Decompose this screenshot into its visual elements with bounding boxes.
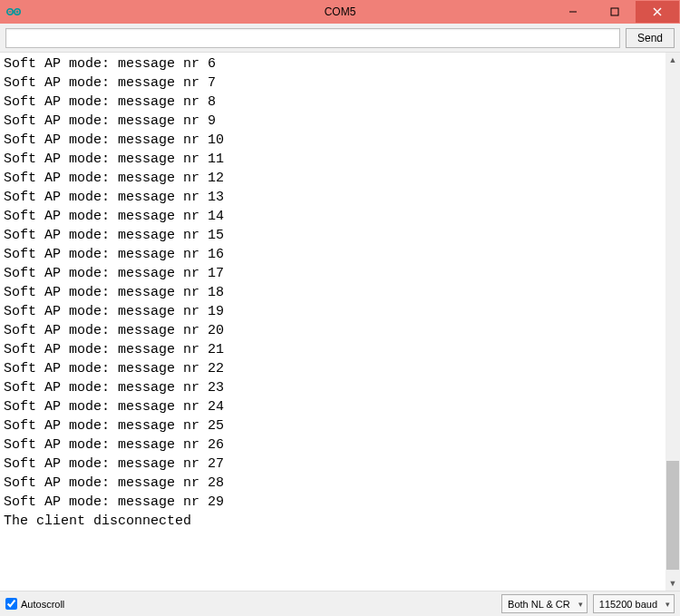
- scroll-down-icon[interactable]: ▼: [665, 576, 680, 591]
- svg-rect-6: [611, 8, 618, 15]
- line-ending-select[interactable]: Both NL & CR: [501, 594, 588, 613]
- minimize-button[interactable]: [552, 1, 594, 23]
- autoscroll-input[interactable]: [5, 598, 17, 610]
- vertical-scrollbar[interactable]: ▲ ▼: [665, 53, 680, 591]
- close-button[interactable]: [636, 1, 679, 23]
- send-toolbar: Send: [0, 24, 680, 53]
- arduino-icon: [6, 5, 21, 19]
- console-area: Soft AP mode: message nr 6 Soft AP mode:…: [0, 53, 680, 591]
- maximize-button[interactable]: [594, 1, 636, 23]
- status-bar: Autoscroll Both NL & CR 115200 baud: [0, 591, 680, 616]
- titlebar[interactable]: COM5: [0, 0, 680, 24]
- scroll-up-icon[interactable]: ▲: [665, 53, 680, 67]
- scroll-thumb[interactable]: [666, 461, 679, 570]
- send-button[interactable]: Send: [626, 28, 675, 48]
- baud-rate-select[interactable]: 115200 baud: [593, 594, 675, 613]
- window-controls: [552, 1, 679, 23]
- autoscroll-label: Autoscroll: [21, 599, 64, 610]
- serial-output[interactable]: Soft AP mode: message nr 6 Soft AP mode:…: [0, 53, 665, 591]
- serial-input[interactable]: [5, 28, 620, 48]
- autoscroll-checkbox[interactable]: Autoscroll: [5, 598, 64, 610]
